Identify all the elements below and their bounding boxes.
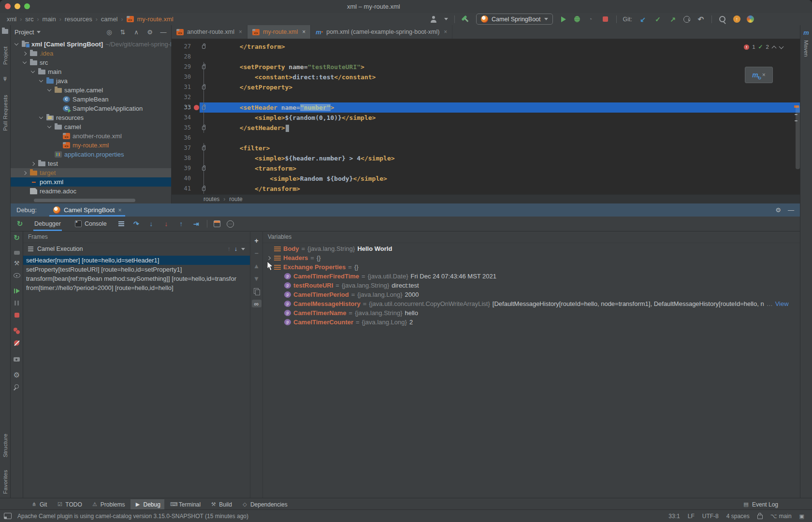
tree-row[interactable]: another-route.xml [11,131,171,141]
sidebar-item-maven[interactable]: Maven [803,40,809,57]
force-step-into-icon[interactable] [162,219,171,228]
line-number[interactable]: 40 [172,174,191,184]
watch-return-values-icon[interactable]: ∞ [252,300,261,307]
variable-row[interactable]: CamelMessageHistory={java.util.concurren… [263,299,800,308]
add-watch-icon[interactable]: + [253,237,261,245]
git-push-icon[interactable] [668,15,677,24]
tab-console[interactable]: Console [71,217,111,231]
next-problem-icon[interactable] [779,45,783,49]
variable-row[interactable]: CamelTimerCounter={java.lang.Long}2 [263,318,800,327]
code-line[interactable]: 41 </transform> [172,184,800,194]
chevron-down-icon[interactable] [39,79,44,84]
run-to-cursor-icon[interactable] [192,219,201,228]
line-number[interactable]: 39 [172,163,191,174]
profiler-icon[interactable] [14,250,20,255]
breadcrumb-item[interactable]: resources [65,15,92,23]
update-notification-icon[interactable] [733,15,740,23]
tree-row[interactable]: pom.xml [11,177,171,187]
settings-wrench-icon[interactable] [13,259,21,267]
code-line[interactable]: 29 <setProperty name="testRouteURI"> [172,62,800,72]
gear-icon[interactable]: ⚙ [146,29,154,36]
code-line[interactable]: 36 [172,133,800,143]
chevron-down-icon[interactable] [37,31,41,33]
variable-row[interactable]: Exchange Properties={} [263,262,800,272]
previous-frame-icon[interactable]: ↑ [228,246,231,252]
chevron-down-icon[interactable] [31,70,36,74]
breadcrumb-file[interactable]: my-route.xml [137,15,174,23]
tree-row[interactable]: SampleCamelApplication [11,104,171,113]
copy-icon[interactable] [253,287,261,295]
code-line[interactable]: 33 <setHeader name="number"> [172,102,800,113]
encoding-widget[interactable]: UTF-8 [702,513,719,520]
frame-row[interactable]: transform[bean[ref:myBean method:saySome… [23,274,250,283]
horizontal-scrollbar[interactable] [34,199,135,202]
tree-row[interactable]: java [11,76,171,86]
maven-reload-icon[interactable]: m [752,71,758,79]
code-line[interactable]: 30 <constant>direct:test</constant> [172,72,800,82]
notifications-icon[interactable] [799,513,804,520]
bottom-tab-todo[interactable]: ☑TODO [53,499,86,509]
line-number[interactable]: 31 [172,82,191,92]
git-update-icon[interactable] [638,15,647,24]
line-number[interactable]: 34 [172,113,191,123]
move-down-icon[interactable]: ▾ [253,275,261,282]
sidebar-item-project[interactable]: Project [2,46,8,65]
debug-icon[interactable] [574,16,580,22]
run-icon[interactable] [559,15,568,24]
variable-row[interactable]: Headers={} [263,253,800,262]
frame-row[interactable]: from[timer://hello?period=2000] [route=h… [23,283,250,292]
title-bar[interactable]: xml – my-route.xml [0,0,812,14]
hide-panel-icon[interactable]: — [160,29,167,36]
code-line[interactable]: 37 <filter> [172,143,800,153]
mute-breakpoints-icon[interactable] [13,339,21,347]
gear-icon[interactable] [13,371,21,379]
rerun-debug-icon[interactable] [13,234,21,242]
line-number[interactable]: 35 [172,123,191,133]
code-line[interactable]: 32 [172,92,800,102]
next-frame-icon[interactable]: ↓ [234,246,237,252]
chevron-down-icon[interactable] [241,248,245,250]
tree-row[interactable]: application.properties [11,150,171,159]
editor-breadcrumb-item[interactable]: route [229,196,242,203]
line-number[interactable]: 29 [172,62,191,72]
indent-widget[interactable]: 4 spaces [726,513,750,520]
build-project-icon[interactable] [459,13,471,25]
frame-row[interactable]: setProperty[testRouteURI] [route=hello,i… [23,265,250,274]
thread-dump-icon[interactable] [13,355,21,363]
hide-panel-icon[interactable]: — [788,206,794,214]
close-icon[interactable]: × [444,29,447,35]
line-separator-widget[interactable]: LF [688,513,695,520]
line-number[interactable]: 27 [172,42,191,52]
tree-row[interactable]: src [11,58,171,67]
bottom-tab-problems[interactable]: ⚠Problems [88,499,129,509]
chevron-down-icon[interactable] [444,18,448,20]
more-options-icon[interactable] [227,220,234,228]
line-number[interactable]: 33 [172,102,191,113]
bottom-tab-debug[interactable]: ▶Debug [130,499,164,509]
code-line[interactable]: 27 </transform> [172,42,800,52]
chevron-down-icon[interactable] [14,42,19,47]
chevron-right-icon[interactable] [31,161,36,166]
chevron-right-icon[interactable] [23,51,28,56]
variable-row[interactable]: testRouteURI={java.lang.String}direct:te… [263,281,800,290]
rollback-icon[interactable] [696,15,705,24]
chevron-down-icon[interactable] [47,125,52,130]
history-icon[interactable] [683,16,690,23]
bottom-tab-terminal[interactable]: ⌨Terminal [166,499,204,509]
line-number[interactable]: 37 [172,143,191,153]
chevron-down-icon[interactable] [39,116,44,120]
step-over-icon[interactable] [132,219,141,228]
tree-row[interactable]: sample.camel [11,86,171,95]
step-out-icon[interactable] [177,219,186,228]
tree-row[interactable]: resources [11,113,171,122]
step-into-icon[interactable] [147,219,156,228]
line-number[interactable]: 32 [172,92,191,102]
bottom-tab-build[interactable]: ⚒Build [206,499,236,509]
tree-row[interactable]: .idea [11,49,171,58]
event-log-button[interactable]: ▤ Event Log [743,501,778,508]
code-line[interactable]: 38 <simple>${header.number} > 4</simple> [172,153,800,163]
chevron-down-icon[interactable] [23,60,28,65]
code-line[interactable]: 28 [172,52,800,62]
run-with-coverage-icon[interactable] [586,15,595,24]
line-number[interactable]: 28 [172,52,191,62]
